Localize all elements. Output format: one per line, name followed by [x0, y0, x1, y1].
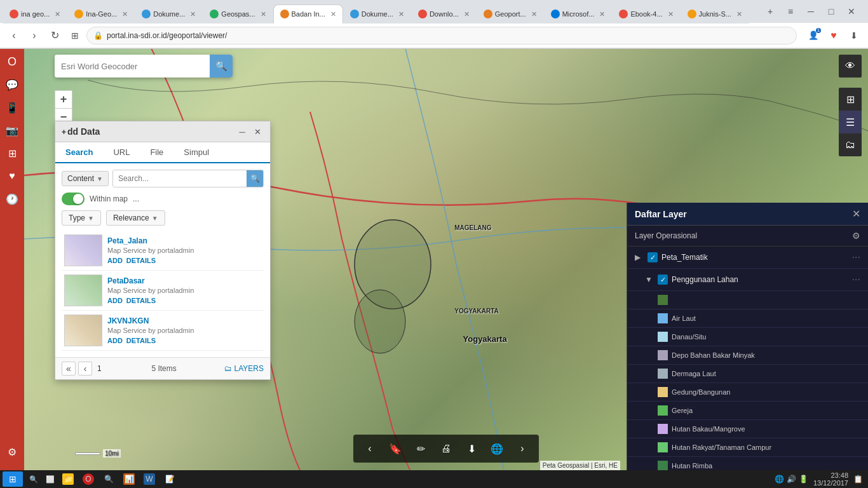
layer-item-penggunaan-lahan[interactable]: ▼ ✓ Penggunaan Lahan ··· — [627, 269, 868, 291]
heart-sidebar-icon[interactable]: ♥ — [1, 165, 23, 187]
add-result-button[interactable]: ADD — [107, 337, 123, 344]
volume-icon[interactable]: 🔊 — [787, 475, 796, 484]
taskbar-search2[interactable]: 🔍 — [99, 471, 118, 487]
layers-map-button[interactable]: 🗂 — [839, 133, 862, 156]
tab-juknis[interactable]: Juknis-S... ✕ — [681, 4, 749, 24]
globe-button[interactable]: 🌐 — [485, 437, 508, 460]
geocoder-input[interactable] — [55, 55, 210, 78]
start-button[interactable]: ⊞ — [3, 471, 23, 487]
add-result-button[interactable]: ADD — [107, 297, 123, 304]
forward-button[interactable]: › — [25, 27, 43, 44]
details-result-button[interactable]: DETAILS — [126, 297, 156, 304]
minimize-button[interactable]: ─ — [802, 3, 820, 20]
tab-downlo[interactable]: Downlo... ✕ — [411, 4, 477, 24]
grid-map-button[interactable]: ⊞ — [839, 88, 862, 111]
zoom-in-button[interactable]: + — [55, 90, 72, 108]
history-icon[interactable]: 🕐 — [1, 188, 23, 210]
reload-button[interactable]: ↻ — [46, 27, 64, 44]
battery-icon[interactable]: 🔋 — [799, 475, 808, 484]
geocoder-search-button[interactable]: 🔍 — [210, 55, 233, 78]
tab-list-button[interactable]: ≡ — [782, 3, 799, 20]
taskbar-clock[interactable]: 23:48 13/12/2017 — [813, 471, 848, 487]
taskbar-word[interactable]: W — [140, 471, 159, 487]
whatsapp-icon[interactable]: 📱 — [1, 97, 23, 118]
tab-microsof[interactable]: Microsof... ✕ — [544, 4, 613, 24]
tab-close[interactable]: ✕ — [55, 10, 60, 18]
tab-close[interactable]: ✕ — [190, 10, 196, 18]
expand-icon[interactable]: ▼ — [645, 275, 654, 284]
layers-button[interactable]: 🗂 LAYERS — [224, 364, 264, 373]
edit-button[interactable]: ✏ — [409, 437, 432, 460]
prev-arrow-button[interactable]: ‹ — [358, 437, 381, 460]
tab-close[interactable]: ✕ — [464, 10, 470, 18]
layer-more-button-2[interactable]: ··· — [852, 274, 860, 285]
list-map-button[interactable]: ☰ — [839, 111, 862, 133]
tab-dokume2[interactable]: Dokume... ✕ — [343, 4, 411, 24]
layer-item-peta-tematik[interactable]: ▶ ✓ Peta_Tematik ··· — [627, 247, 868, 269]
layer-checkbox-peta-tematik[interactable]: ✓ — [648, 252, 658, 262]
heart-icon[interactable]: ♥ — [825, 27, 843, 44]
taskbar-opera[interactable]: O — [79, 471, 98, 487]
action-center-icon[interactable]: 📋 — [853, 475, 863, 484]
tab-simpul[interactable]: Simpul — [173, 142, 219, 162]
apps-grid-icon[interactable]: ⊞ — [1, 142, 23, 164]
tab-url[interactable]: URL — [103, 142, 140, 162]
taskbar-slides[interactable]: 📊 — [119, 471, 139, 487]
user-icon[interactable]: 👤 1 — [804, 27, 822, 44]
add-result-button[interactable]: ADD — [107, 257, 123, 264]
tab-close[interactable]: ✕ — [261, 10, 266, 18]
bookmark-button[interactable]: 🔖 — [384, 437, 407, 460]
close-panel-button[interactable]: ✕ — [251, 125, 264, 138]
details-result-button[interactable]: DETAILS — [126, 257, 156, 264]
tab-close[interactable]: ✕ — [599, 10, 605, 18]
layer-checkbox-penggunaan-lahan[interactable]: ✓ — [658, 274, 668, 285]
first-page-button[interactable]: « — [62, 362, 76, 376]
print-button[interactable]: 🖨 — [435, 437, 458, 460]
tab-ebook[interactable]: Ebook-4... ✕ — [612, 4, 680, 24]
camera-icon[interactable]: 📷 — [1, 119, 23, 141]
download-map-button[interactable]: ⬇ — [460, 437, 483, 460]
details-result-button[interactable]: DETAILS — [126, 337, 156, 344]
tab-file[interactable]: File — [140, 142, 173, 162]
prev-page-button[interactable]: ‹ — [78, 362, 92, 376]
tab-dokume1[interactable]: Dokume... ✕ — [135, 4, 203, 24]
tab-badan-in[interactable]: Badan In... ✕ — [273, 4, 343, 24]
tab-close[interactable]: ✕ — [531, 10, 537, 18]
content-dropdown-button[interactable]: Content ▼ — [62, 171, 109, 186]
within-map-toggle[interactable] — [62, 193, 85, 205]
tab-ina-geo2[interactable]: Ina-Geo... ✕ — [67, 4, 135, 24]
daftar-filter-icon[interactable]: ⚙ — [852, 231, 860, 241]
tab-geoport[interactable]: Geoport... ✕ — [477, 4, 544, 24]
tab-close[interactable]: ✕ — [398, 10, 404, 18]
tab-geospas[interactable]: Geospas... ✕ — [203, 4, 273, 24]
task-view-button[interactable]: ⬜ — [42, 471, 58, 487]
expand-icon[interactable]: ▶ — [635, 253, 644, 262]
tab-close[interactable]: ✕ — [122, 10, 128, 18]
new-tab-button[interactable]: + — [761, 3, 779, 20]
opera-icon[interactable]: O — [1, 51, 23, 72]
download-icon[interactable]: ⬇ — [845, 27, 863, 44]
eye-tool-button[interactable]: 👁 — [839, 55, 862, 78]
taskbar-notepad[interactable]: 📝 — [160, 471, 179, 487]
relevance-filter-button[interactable]: Relevance ▼ — [106, 210, 165, 226]
grid-view-button[interactable]: ⊞ — [66, 27, 84, 44]
back-button[interactable]: ‹ — [5, 27, 23, 44]
minimize-panel-button[interactable]: ─ — [236, 125, 248, 138]
tab-search[interactable]: Search — [55, 142, 103, 163]
messenger-icon[interactable]: 💬 — [1, 74, 23, 95]
next-arrow-button[interactable]: › — [511, 437, 534, 460]
search-icon-button[interactable]: 🔍 — [247, 170, 263, 187]
tab-ina-geo[interactable]: ina geo... ✕ — [3, 4, 67, 24]
tab-close[interactable]: ✕ — [736, 10, 742, 18]
network-icon[interactable]: 🌐 — [775, 475, 784, 484]
daftar-close-button[interactable]: ✕ — [852, 208, 860, 220]
taskbar-file-explorer[interactable]: 📁 — [58, 471, 78, 487]
settings-icon[interactable]: ⚙ — [1, 441, 23, 463]
map-container[interactable]: MAGELANG YOGYAKARTA Yogyakarta 🔍 + − +dd… — [24, 48, 868, 488]
search-taskbar[interactable]: 🔍 — [25, 471, 42, 487]
tab-close[interactable]: ✕ — [330, 10, 336, 18]
close-window-button[interactable]: ✕ — [843, 3, 860, 20]
type-filter-button[interactable]: Type ▼ — [62, 210, 101, 226]
maximize-button[interactable]: □ — [822, 3, 840, 20]
address-bar[interactable]: 🔒 portal.ina-sdi.or.id/geoportal/viewer/ — [86, 27, 797, 44]
